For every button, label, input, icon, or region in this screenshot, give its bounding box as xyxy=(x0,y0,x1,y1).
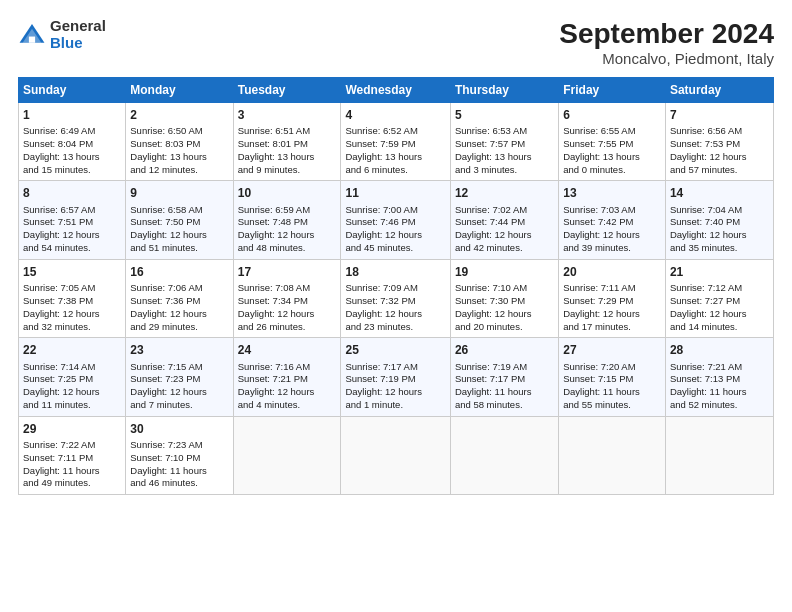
sunrise-text: Sunrise: 6:51 AM xyxy=(238,125,310,136)
sunrise-text: Sunrise: 7:04 AM xyxy=(670,204,742,215)
daylight-text: and 1 minute. xyxy=(345,399,403,410)
daylight-text: Daylight: 12 hours xyxy=(238,386,315,397)
day-number: 5 xyxy=(455,107,554,123)
daylight-text: and 3 minutes. xyxy=(455,164,517,175)
day-number: 18 xyxy=(345,264,445,280)
sunset-text: Sunset: 7:42 PM xyxy=(563,216,633,227)
daylight-text: Daylight: 12 hours xyxy=(23,308,100,319)
sunrise-text: Sunrise: 7:22 AM xyxy=(23,439,95,450)
daylight-text: Daylight: 12 hours xyxy=(455,229,532,240)
logo: General Blue xyxy=(18,18,106,51)
daylight-text: Daylight: 12 hours xyxy=(130,386,207,397)
calendar-cell: 12Sunrise: 7:02 AMSunset: 7:44 PMDayligh… xyxy=(450,181,558,259)
day-number: 15 xyxy=(23,264,121,280)
daylight-text: and 48 minutes. xyxy=(238,242,306,253)
daylight-text: Daylight: 12 hours xyxy=(670,151,747,162)
daylight-text: Daylight: 13 hours xyxy=(563,151,640,162)
sunrise-text: Sunrise: 7:00 AM xyxy=(345,204,417,215)
sunset-text: Sunset: 7:23 PM xyxy=(130,373,200,384)
sunset-text: Sunset: 8:03 PM xyxy=(130,138,200,149)
col-friday: Friday xyxy=(559,78,666,103)
sunrise-text: Sunrise: 6:50 AM xyxy=(130,125,202,136)
sunrise-text: Sunrise: 7:14 AM xyxy=(23,361,95,372)
calendar-cell: 5Sunrise: 6:53 AMSunset: 7:57 PMDaylight… xyxy=(450,103,558,181)
day-number: 19 xyxy=(455,264,554,280)
sunset-text: Sunset: 7:44 PM xyxy=(455,216,525,227)
calendar-cell: 28Sunrise: 7:21 AMSunset: 7:13 PMDayligh… xyxy=(665,338,773,416)
daylight-text: Daylight: 12 hours xyxy=(670,308,747,319)
calendar-cell: 10Sunrise: 6:59 AMSunset: 7:48 PMDayligh… xyxy=(233,181,341,259)
day-number: 7 xyxy=(670,107,769,123)
daylight-text: and 15 minutes. xyxy=(23,164,91,175)
col-sunday: Sunday xyxy=(19,78,126,103)
sunset-text: Sunset: 8:04 PM xyxy=(23,138,93,149)
daylight-text: Daylight: 13 hours xyxy=(345,151,422,162)
sunset-text: Sunset: 7:21 PM xyxy=(238,373,308,384)
calendar-cell: 17Sunrise: 7:08 AMSunset: 7:34 PMDayligh… xyxy=(233,259,341,337)
calendar-cell: 16Sunrise: 7:06 AMSunset: 7:36 PMDayligh… xyxy=(126,259,233,337)
col-tuesday: Tuesday xyxy=(233,78,341,103)
daylight-text: and 32 minutes. xyxy=(23,321,91,332)
calendar-subtitle: Moncalvo, Piedmont, Italy xyxy=(559,50,774,67)
calendar-week-1: 1Sunrise: 6:49 AMSunset: 8:04 PMDaylight… xyxy=(19,103,774,181)
sunrise-text: Sunrise: 6:59 AM xyxy=(238,204,310,215)
calendar-cell: 4Sunrise: 6:52 AMSunset: 7:59 PMDaylight… xyxy=(341,103,450,181)
daylight-text: and 58 minutes. xyxy=(455,399,523,410)
sunrise-text: Sunrise: 7:03 AM xyxy=(563,204,635,215)
daylight-text: and 26 minutes. xyxy=(238,321,306,332)
calendar-cell xyxy=(341,416,450,494)
daylight-text: and 55 minutes. xyxy=(563,399,631,410)
sunset-text: Sunset: 7:11 PM xyxy=(23,452,93,463)
sunrise-text: Sunrise: 6:57 AM xyxy=(23,204,95,215)
day-number: 26 xyxy=(455,342,554,358)
calendar-cell: 7Sunrise: 6:56 AMSunset: 7:53 PMDaylight… xyxy=(665,103,773,181)
logo-blue: Blue xyxy=(50,34,83,51)
calendar-cell: 30Sunrise: 7:23 AMSunset: 7:10 PMDayligh… xyxy=(126,416,233,494)
day-number: 4 xyxy=(345,107,445,123)
sunset-text: Sunset: 7:59 PM xyxy=(345,138,415,149)
daylight-text: and 35 minutes. xyxy=(670,242,738,253)
sunset-text: Sunset: 7:40 PM xyxy=(670,216,740,227)
daylight-text: Daylight: 12 hours xyxy=(345,386,422,397)
sunset-text: Sunset: 7:19 PM xyxy=(345,373,415,384)
title-block: September 2024 Moncalvo, Piedmont, Italy xyxy=(559,18,774,67)
daylight-text: Daylight: 12 hours xyxy=(670,229,747,240)
daylight-text: Daylight: 12 hours xyxy=(238,229,315,240)
day-number: 23 xyxy=(130,342,228,358)
sunset-text: Sunset: 7:51 PM xyxy=(23,216,93,227)
day-number: 11 xyxy=(345,185,445,201)
sunset-text: Sunset: 7:17 PM xyxy=(455,373,525,384)
calendar-cell: 19Sunrise: 7:10 AMSunset: 7:30 PMDayligh… xyxy=(450,259,558,337)
daylight-text: and 46 minutes. xyxy=(130,477,198,488)
calendar-cell: 3Sunrise: 6:51 AMSunset: 8:01 PMDaylight… xyxy=(233,103,341,181)
daylight-text: Daylight: 12 hours xyxy=(345,308,422,319)
day-number: 12 xyxy=(455,185,554,201)
daylight-text: Daylight: 12 hours xyxy=(238,308,315,319)
sunrise-text: Sunrise: 7:02 AM xyxy=(455,204,527,215)
sunset-text: Sunset: 7:32 PM xyxy=(345,295,415,306)
header: General Blue September 2024 Moncalvo, Pi… xyxy=(18,18,774,67)
daylight-text: and 29 minutes. xyxy=(130,321,198,332)
day-number: 1 xyxy=(23,107,121,123)
day-number: 30 xyxy=(130,421,228,437)
sunset-text: Sunset: 7:34 PM xyxy=(238,295,308,306)
calendar-cell: 2Sunrise: 6:50 AMSunset: 8:03 PMDaylight… xyxy=(126,103,233,181)
day-number: 10 xyxy=(238,185,337,201)
sunrise-text: Sunrise: 7:05 AM xyxy=(23,282,95,293)
sunset-text: Sunset: 7:46 PM xyxy=(345,216,415,227)
calendar-cell: 18Sunrise: 7:09 AMSunset: 7:32 PMDayligh… xyxy=(341,259,450,337)
sunrise-text: Sunrise: 7:12 AM xyxy=(670,282,742,293)
day-number: 29 xyxy=(23,421,121,437)
daylight-text: Daylight: 11 hours xyxy=(130,465,207,476)
daylight-text: and 20 minutes. xyxy=(455,321,523,332)
daylight-text: Daylight: 11 hours xyxy=(563,386,640,397)
daylight-text: Daylight: 11 hours xyxy=(23,465,100,476)
sunset-text: Sunset: 7:25 PM xyxy=(23,373,93,384)
daylight-text: Daylight: 12 hours xyxy=(563,308,640,319)
day-number: 28 xyxy=(670,342,769,358)
calendar-cell: 25Sunrise: 7:17 AMSunset: 7:19 PMDayligh… xyxy=(341,338,450,416)
daylight-text: and 6 minutes. xyxy=(345,164,407,175)
calendar-cell: 23Sunrise: 7:15 AMSunset: 7:23 PMDayligh… xyxy=(126,338,233,416)
calendar-cell: 15Sunrise: 7:05 AMSunset: 7:38 PMDayligh… xyxy=(19,259,126,337)
sunset-text: Sunset: 7:50 PM xyxy=(130,216,200,227)
